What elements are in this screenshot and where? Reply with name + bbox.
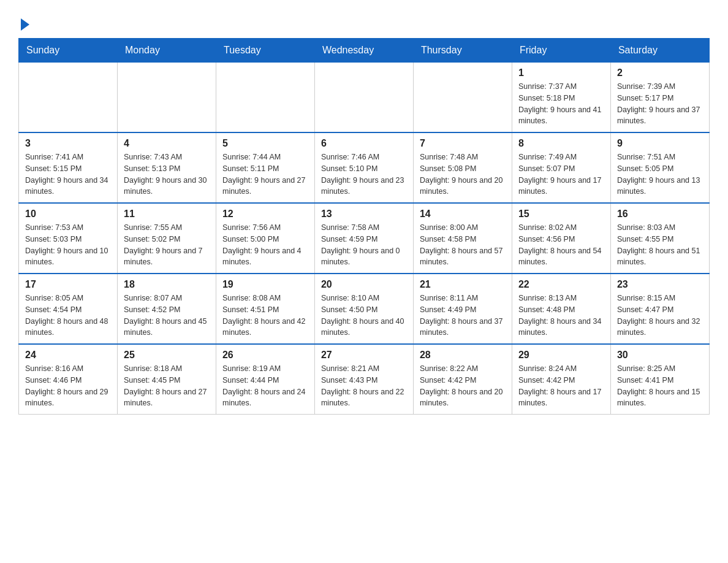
calendar-cell: 24Sunrise: 8:16 AM Sunset: 4:46 PM Dayli… xyxy=(19,344,118,415)
day-number: 22 xyxy=(518,279,604,290)
day-info: Sunrise: 8:05 AM Sunset: 4:54 PM Dayligh… xyxy=(25,293,111,339)
calendar-cell: 2Sunrise: 7:39 AM Sunset: 5:17 PM Daylig… xyxy=(610,63,709,133)
day-number: 3 xyxy=(25,138,111,149)
day-info: Sunrise: 8:00 AM Sunset: 4:58 PM Dayligh… xyxy=(420,222,506,268)
calendar-cell: 1Sunrise: 7:37 AM Sunset: 5:18 PM Daylig… xyxy=(512,63,610,133)
calendar-cell: 12Sunrise: 7:56 AM Sunset: 5:00 PM Dayli… xyxy=(216,203,314,274)
day-number: 23 xyxy=(617,279,703,290)
day-number: 11 xyxy=(124,209,210,220)
day-number: 10 xyxy=(25,209,111,220)
day-info: Sunrise: 8:02 AM Sunset: 4:56 PM Dayligh… xyxy=(518,222,604,268)
day-info: Sunrise: 8:08 AM Sunset: 4:51 PM Dayligh… xyxy=(222,293,308,339)
calendar-cell: 5Sunrise: 7:44 AM Sunset: 5:11 PM Daylig… xyxy=(216,132,314,203)
calendar-cell xyxy=(117,63,216,133)
weekday-header-wednesday: Wednesday xyxy=(314,39,413,63)
calendar-cell: 16Sunrise: 8:03 AM Sunset: 4:55 PM Dayli… xyxy=(610,203,709,274)
calendar-table: SundayMondayTuesdayWednesdayThursdayFrid… xyxy=(18,38,710,415)
day-info: Sunrise: 7:37 AM Sunset: 5:18 PM Dayligh… xyxy=(518,81,604,127)
day-number: 13 xyxy=(321,209,407,220)
day-info: Sunrise: 7:39 AM Sunset: 5:17 PM Dayligh… xyxy=(617,81,703,127)
calendar-week-row: 24Sunrise: 8:16 AM Sunset: 4:46 PM Dayli… xyxy=(19,344,710,415)
calendar-cell: 14Sunrise: 8:00 AM Sunset: 4:58 PM Dayli… xyxy=(413,203,512,274)
day-number: 14 xyxy=(420,209,506,220)
calendar-cell: 10Sunrise: 7:53 AM Sunset: 5:03 PM Dayli… xyxy=(19,203,118,274)
calendar-week-row: 3Sunrise: 7:41 AM Sunset: 5:15 PM Daylig… xyxy=(19,132,710,203)
day-info: Sunrise: 7:51 AM Sunset: 5:05 PM Dayligh… xyxy=(617,151,703,197)
day-info: Sunrise: 8:22 AM Sunset: 4:42 PM Dayligh… xyxy=(420,363,506,409)
day-number: 9 xyxy=(617,138,703,149)
day-info: Sunrise: 7:43 AM Sunset: 5:13 PM Dayligh… xyxy=(124,151,210,197)
day-number: 12 xyxy=(222,209,308,220)
day-info: Sunrise: 8:11 AM Sunset: 4:49 PM Dayligh… xyxy=(420,293,506,339)
day-info: Sunrise: 8:07 AM Sunset: 4:52 PM Dayligh… xyxy=(124,293,210,339)
day-info: Sunrise: 7:55 AM Sunset: 5:02 PM Dayligh… xyxy=(124,222,210,268)
calendar-cell: 29Sunrise: 8:24 AM Sunset: 4:42 PM Dayli… xyxy=(512,344,610,415)
logo-triangle-icon xyxy=(21,18,29,31)
calendar-cell: 27Sunrise: 8:21 AM Sunset: 4:43 PM Dayli… xyxy=(314,344,413,415)
day-info: Sunrise: 8:10 AM Sunset: 4:50 PM Dayligh… xyxy=(321,293,407,339)
day-number: 16 xyxy=(617,209,703,220)
calendar-cell: 23Sunrise: 8:15 AM Sunset: 4:47 PM Dayli… xyxy=(610,274,709,344)
day-number: 30 xyxy=(617,350,703,361)
weekday-header-thursday: Thursday xyxy=(413,39,512,63)
day-number: 2 xyxy=(617,67,703,79)
calendar-cell: 13Sunrise: 7:58 AM Sunset: 4:59 PM Dayli… xyxy=(314,203,413,274)
day-number: 5 xyxy=(222,138,308,149)
calendar-week-row: 17Sunrise: 8:05 AM Sunset: 4:54 PM Dayli… xyxy=(19,274,710,344)
calendar-cell: 26Sunrise: 8:19 AM Sunset: 4:44 PM Dayli… xyxy=(216,344,314,415)
day-info: Sunrise: 7:41 AM Sunset: 5:15 PM Dayligh… xyxy=(25,151,111,197)
calendar-cell xyxy=(19,63,118,133)
calendar-cell xyxy=(314,63,413,133)
day-number: 24 xyxy=(25,350,111,361)
day-number: 26 xyxy=(222,350,308,361)
calendar-cell: 4Sunrise: 7:43 AM Sunset: 5:13 PM Daylig… xyxy=(117,132,216,203)
weekday-header-sunday: Sunday xyxy=(19,39,118,63)
header xyxy=(18,12,710,32)
logo xyxy=(18,12,29,32)
day-number: 20 xyxy=(321,279,407,290)
day-number: 25 xyxy=(124,350,210,361)
day-info: Sunrise: 8:18 AM Sunset: 4:45 PM Dayligh… xyxy=(124,363,210,409)
weekday-header-row: SundayMondayTuesdayWednesdayThursdayFrid… xyxy=(19,39,710,63)
calendar-cell: 6Sunrise: 7:46 AM Sunset: 5:10 PM Daylig… xyxy=(314,132,413,203)
day-info: Sunrise: 8:13 AM Sunset: 4:48 PM Dayligh… xyxy=(518,293,604,339)
day-number: 28 xyxy=(420,350,506,361)
day-number: 27 xyxy=(321,350,407,361)
calendar-cell: 3Sunrise: 7:41 AM Sunset: 5:15 PM Daylig… xyxy=(19,132,118,203)
day-number: 1 xyxy=(518,67,604,79)
day-number: 6 xyxy=(321,138,407,149)
calendar-cell: 19Sunrise: 8:08 AM Sunset: 4:51 PM Dayli… xyxy=(216,274,314,344)
day-info: Sunrise: 7:48 AM Sunset: 5:08 PM Dayligh… xyxy=(420,151,506,197)
day-info: Sunrise: 8:21 AM Sunset: 4:43 PM Dayligh… xyxy=(321,363,407,409)
day-number: 29 xyxy=(518,350,604,361)
calendar-cell xyxy=(216,63,314,133)
calendar-cell: 17Sunrise: 8:05 AM Sunset: 4:54 PM Dayli… xyxy=(19,274,118,344)
day-number: 19 xyxy=(222,279,308,290)
weekday-header-tuesday: Tuesday xyxy=(216,39,314,63)
day-info: Sunrise: 8:19 AM Sunset: 4:44 PM Dayligh… xyxy=(222,363,308,409)
day-number: 4 xyxy=(124,138,210,149)
day-info: Sunrise: 8:16 AM Sunset: 4:46 PM Dayligh… xyxy=(25,363,111,409)
day-info: Sunrise: 8:15 AM Sunset: 4:47 PM Dayligh… xyxy=(617,293,703,339)
calendar-cell: 28Sunrise: 8:22 AM Sunset: 4:42 PM Dayli… xyxy=(413,344,512,415)
calendar-cell: 18Sunrise: 8:07 AM Sunset: 4:52 PM Dayli… xyxy=(117,274,216,344)
day-info: Sunrise: 8:03 AM Sunset: 4:55 PM Dayligh… xyxy=(617,222,703,268)
day-info: Sunrise: 7:49 AM Sunset: 5:07 PM Dayligh… xyxy=(518,151,604,197)
weekday-header-monday: Monday xyxy=(117,39,216,63)
day-number: 8 xyxy=(518,138,604,149)
weekday-header-friday: Friday xyxy=(512,39,610,63)
day-info: Sunrise: 7:58 AM Sunset: 4:59 PM Dayligh… xyxy=(321,222,407,268)
calendar-cell: 30Sunrise: 8:25 AM Sunset: 4:41 PM Dayli… xyxy=(610,344,709,415)
calendar-cell: 25Sunrise: 8:18 AM Sunset: 4:45 PM Dayli… xyxy=(117,344,216,415)
day-number: 15 xyxy=(518,209,604,220)
day-info: Sunrise: 8:24 AM Sunset: 4:42 PM Dayligh… xyxy=(518,363,604,409)
day-number: 18 xyxy=(124,279,210,290)
calendar-cell xyxy=(413,63,512,133)
calendar-week-row: 1Sunrise: 7:37 AM Sunset: 5:18 PM Daylig… xyxy=(19,63,710,133)
day-info: Sunrise: 7:44 AM Sunset: 5:11 PM Dayligh… xyxy=(222,151,308,197)
calendar-cell: 9Sunrise: 7:51 AM Sunset: 5:05 PM Daylig… xyxy=(610,132,709,203)
day-number: 21 xyxy=(420,279,506,290)
day-number: 17 xyxy=(25,279,111,290)
day-info: Sunrise: 7:56 AM Sunset: 5:00 PM Dayligh… xyxy=(222,222,308,268)
day-number: 7 xyxy=(420,138,506,149)
